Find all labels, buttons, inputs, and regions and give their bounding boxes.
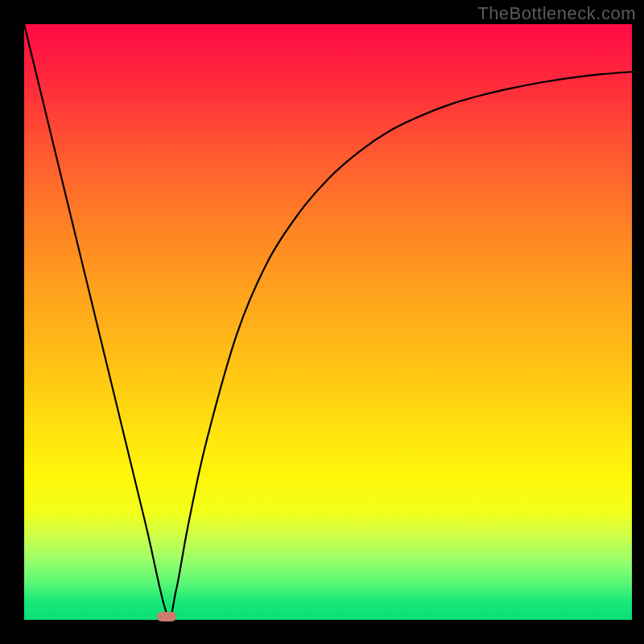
curve-path bbox=[24, 24, 632, 617]
watermark-text: TheBottleneck.com bbox=[477, 3, 636, 24]
chart-frame: TheBottleneck.com bbox=[0, 0, 644, 644]
optimum-marker bbox=[157, 612, 176, 621]
bottleneck-curve bbox=[24, 24, 632, 620]
plot-area bbox=[24, 24, 632, 620]
